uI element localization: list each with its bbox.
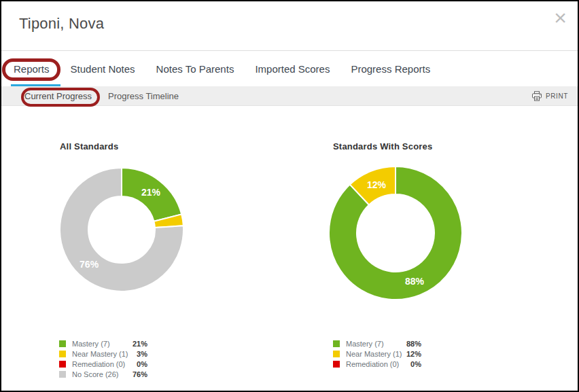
tab-imported-scores[interactable]: Imported Scores [255, 51, 330, 86]
page-title: Tiponi, Nova [19, 15, 104, 33]
donut-percent-label-mastery: 88% [405, 276, 425, 287]
legend-row-mastery: Mastery (7)21% [59, 338, 147, 349]
legend-label: Mastery (7) [346, 340, 398, 348]
close-icon[interactable]: × [554, 7, 567, 29]
printer-icon [531, 91, 542, 101]
legend-percent: 88% [398, 340, 421, 348]
legend-row-mastery: Mastery (7)88% [333, 338, 421, 349]
legend-swatch-mastery [59, 340, 66, 347]
legend-label: Mastery (7) [72, 340, 124, 348]
legend-row-near-mastery: Near Mastery (1)3% [59, 349, 147, 359]
legend-row-no-score: No Score (26)76% [59, 369, 147, 379]
tab-reports[interactable]: Reports [14, 51, 50, 86]
legend-swatch-no-score [59, 371, 66, 378]
print-label: PRINT [546, 92, 568, 100]
legend-percent: 21% [124, 340, 147, 348]
subtab-current-progress[interactable]: Current Progress [24, 91, 92, 101]
legend-row-near-mastery: Near Mastery (1)12% [333, 349, 421, 359]
legend-label: Remediation (0) [346, 360, 399, 368]
tab-notes-to-parents[interactable]: Notes To Parents [156, 51, 234, 86]
legend-swatch-near-mastery [333, 351, 340, 357]
legend-row-remediation: Remediation (0)0% [333, 359, 421, 369]
legend-standards-with-scores: Mastery (7)88%Near Mastery (1)12%Remedia… [333, 338, 421, 369]
tab-progress-reports[interactable]: Progress Reports [351, 51, 430, 86]
legend-percent: 76% [124, 370, 147, 378]
legend-label: Near Mastery (1) [346, 350, 402, 358]
legend-swatch-remediation [59, 361, 66, 368]
legend-percent: 0% [125, 360, 147, 368]
donut-chart-all-standards: 21%76% [54, 162, 190, 298]
tab-student-notes[interactable]: Student Notes [71, 51, 135, 86]
legend-swatch-near-mastery [59, 351, 66, 357]
legend-percent: 0% [399, 360, 421, 368]
subtab-progress-timeline[interactable]: Progress Timeline [108, 91, 179, 101]
legend-swatch-mastery [333, 340, 340, 347]
legend-swatch-remediation [333, 361, 340, 368]
donut-percent-label-mastery: 21% [141, 187, 161, 198]
donut-percent-label-no-score: 76% [80, 259, 99, 270]
subtab-bar: Current ProgressProgress Timeline PRINT [1, 86, 578, 106]
chart-title-all-standards: All Standards [60, 141, 118, 152]
legend-label: Near Mastery (1) [72, 350, 128, 358]
legend-row-remediation: Remediation (0)0% [59, 359, 147, 369]
legend-all-standards: Mastery (7)21%Near Mastery (1)3%Remediat… [59, 338, 147, 379]
print-button[interactable]: PRINT [531, 91, 568, 101]
chart-title-standards-with-scores: Standards With Scores [333, 141, 432, 152]
legend-percent: 12% [402, 350, 421, 358]
donut-percent-label-near-mastery: 12% [367, 179, 387, 190]
legend-label: Remediation (0) [72, 360, 125, 368]
legend-label: No Score (26) [72, 370, 124, 378]
screenshot-frame: Tiponi, Nova × ReportsStudent NotesNotes… [0, 0, 579, 392]
donut-chart-standards-with-scores: 88%12% [324, 162, 467, 304]
tab-bar: ReportsStudent NotesNotes To ParentsImpo… [14, 51, 578, 86]
legend-percent: 3% [128, 350, 147, 358]
